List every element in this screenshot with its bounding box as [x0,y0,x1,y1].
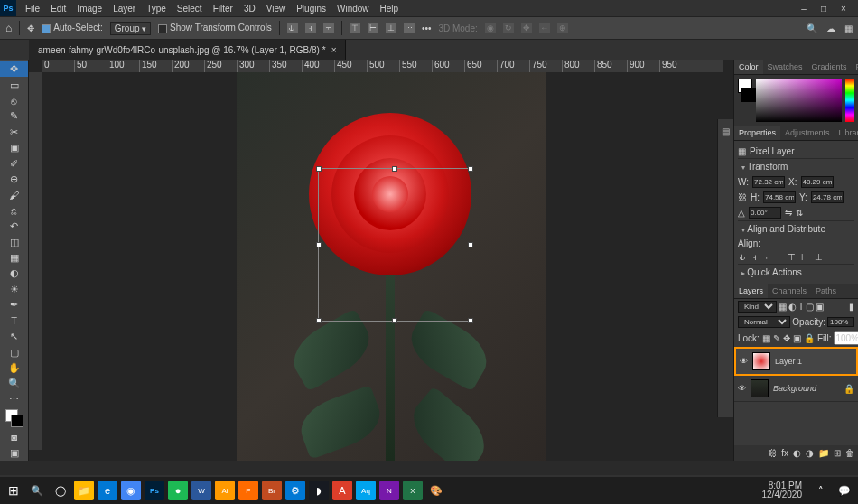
animate-icon[interactable]: Aq [356,481,376,500]
layer-thumbnail[interactable] [751,379,769,397]
close-button[interactable]: × [838,4,849,14]
menu-edit[interactable]: Edit [45,1,71,16]
adjustment-layer-icon[interactable]: ◑ [806,448,814,458]
steam-icon[interactable]: ◗ [309,481,329,500]
menu-3d[interactable]: 3D [238,1,261,16]
menu-type[interactable]: Type [141,1,172,16]
document-canvas[interactable] [237,72,546,461]
flip-v-icon[interactable]: ⇅ [796,208,803,218]
ruler-horizontal[interactable]: 0501001502002503003504004505005506006507… [42,60,723,72]
zoom-tool[interactable]: 🔍 [0,376,28,391]
maximize-button[interactable]: □ [818,4,829,14]
excel-icon[interactable]: X [403,481,423,500]
search-icon[interactable]: 🔍 [807,23,817,33]
pen-tool[interactable]: ✒ [0,297,28,313]
marquee-tool[interactable]: ▭ [0,77,28,92]
quick-actions-section[interactable]: ▸ Quick Actions [738,264,854,280]
tab-paths[interactable]: Paths [811,284,841,298]
document-tab[interactable]: ameen-fahmy-grWd0fo4lRCo-unsplash.jpg @ … [29,40,346,60]
system-clock[interactable]: 8:01 PM 12/4/2020 [762,481,808,499]
history-panel-icon[interactable]: ▤ [722,126,730,136]
menu-plugins[interactable]: Plugins [291,1,331,16]
hand-tool[interactable]: ✋ [0,360,28,376]
align-center-h-icon[interactable]: ⫞ [305,23,316,33]
menu-select[interactable]: Select [172,1,208,16]
link-layers-icon[interactable]: ⛓ [768,448,777,458]
canvas-area[interactable]: 0501001502002503003504004505005506006507… [29,60,733,461]
layer-name[interactable]: Layer 1 [775,357,802,366]
edit-toolbar[interactable]: ⋯ [0,392,28,407]
main-menu[interactable]: File Edit Image Layer Type Select Filter… [20,1,404,16]
tab-channels[interactable]: Channels [768,284,811,298]
align-v-centers-icon[interactable]: ⊢ [801,252,809,262]
layer-mask-icon[interactable]: ◐ [793,448,801,458]
path-select-tool[interactable]: ↖ [0,329,28,344]
menu-filter[interactable]: Filter [208,1,238,16]
dodge-tool[interactable]: ☀ [0,282,28,297]
filter-adjust-icon[interactable]: ◐ [788,302,797,312]
distribute-more-icon[interactable]: ⋯ [828,252,837,262]
filter-smart-icon[interactable]: ▣ [816,302,824,312]
width-input[interactable] [752,176,785,188]
tab-color[interactable]: Color [734,60,763,74]
minimize-button[interactable]: – [798,4,809,14]
align-middle-icon[interactable]: ⊢ [368,23,378,33]
healing-tool[interactable]: ⊕ [0,172,28,187]
blur-tool[interactable]: ◐ [0,266,28,281]
layer-style-icon[interactable]: fx [781,448,788,458]
photoshop-taskbar-icon[interactable]: Ps [145,481,164,500]
filter-toggle-icon[interactable]: ▮ [849,302,854,312]
type-tool[interactable]: T [0,313,28,329]
chrome-icon[interactable]: ◉ [121,481,141,500]
hue-slider[interactable] [845,79,854,122]
quick-select-tool[interactable]: ✎ [0,108,28,124]
blend-mode-select[interactable]: Normal [738,316,790,328]
opacity-input[interactable] [827,317,854,327]
task-view-icon[interactable]: ◯ [51,481,70,500]
menu-image[interactable]: Image [71,1,107,16]
tab-adjustments[interactable]: Adjustments [780,126,835,140]
brush-tool[interactable]: 🖌 [0,187,28,202]
bridge-icon[interactable]: Br [262,481,282,500]
transform-section[interactable]: ▾ Transform [738,158,854,174]
lock-transparency-icon[interactable]: ▦ [762,333,770,343]
align-left-icon[interactable]: ⫝ [287,23,298,33]
tab-close-icon[interactable]: × [331,45,337,55]
layer-item[interactable]: 👁 Layer 1 [734,347,858,376]
lasso-tool[interactable]: ⎋ [0,93,28,108]
file-explorer-icon[interactable]: 📁 [74,481,94,500]
new-layer-icon[interactable]: ⊞ [834,448,841,458]
notifications-icon[interactable]: 💬 [835,481,854,500]
word-icon[interactable]: W [191,481,211,500]
layer-item[interactable]: 👁 Background 🔒 [734,376,858,402]
link-wh-icon[interactable]: ⛓ [738,192,747,202]
flip-h-icon[interactable]: ⇋ [785,208,792,218]
show-transform-checkbox[interactable] [158,24,167,33]
x-input[interactable] [801,176,834,188]
frame-tool[interactable]: ▣ [0,140,28,155]
layer-thumbnail[interactable] [752,352,770,370]
tab-gradients[interactable]: Gradients [807,60,852,74]
group-icon[interactable]: 📁 [818,448,829,458]
crop-tool[interactable]: ✂ [0,125,28,140]
lock-all-icon[interactable]: 🔒 [804,333,815,343]
move-tool[interactable]: ✥ [0,61,28,77]
align-top-edges-icon[interactable]: ⊤ [788,252,796,262]
edge-icon[interactable]: e [98,481,117,500]
windows-taskbar[interactable]: ⊞ 🔍 ◯ 📁 e ◉ Ps ● W Ai P Br ⚙ ◗ A Aq N X … [0,477,858,504]
screen-mode-tool[interactable]: ▣ [0,445,28,461]
powerpoint-icon[interactable]: P [238,481,258,500]
onenote-icon[interactable]: N [379,481,399,500]
shape-tool[interactable]: ▢ [0,344,28,359]
align-section[interactable]: ▾ Align and Distribute [738,220,854,237]
ruler-vertical[interactable] [29,72,42,450]
acrobat-icon[interactable]: A [332,481,352,500]
spotify-icon[interactable]: ● [168,481,188,500]
filter-shape-icon[interactable]: ▢ [806,302,814,312]
visibility-toggle-icon[interactable]: 👁 [740,357,748,366]
lock-artboard-icon[interactable]: ▣ [793,333,801,343]
color-field[interactable] [756,79,842,122]
share-icon[interactable]: ☁ [826,23,835,33]
stamp-tool[interactable]: ⎌ [0,203,28,219]
angle-input[interactable] [749,207,781,219]
